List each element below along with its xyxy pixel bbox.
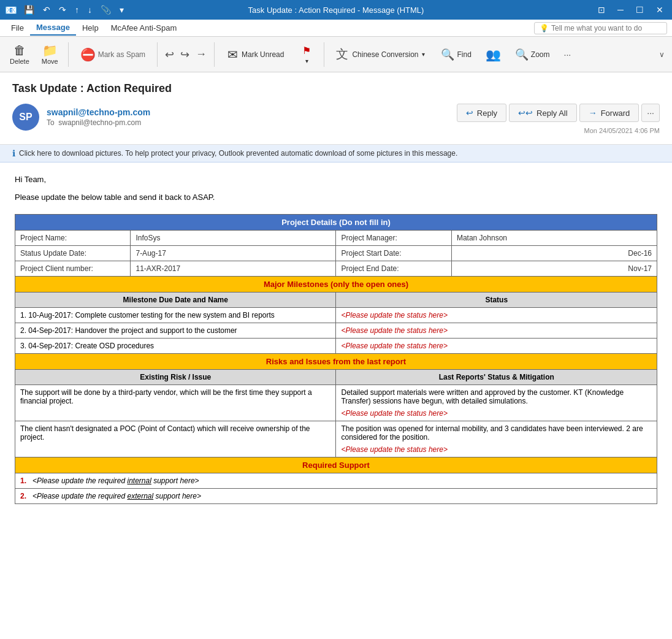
flag-icon: ⚑: [302, 45, 311, 56]
last-report-header: Last Reports' Status & Mitigation: [336, 370, 657, 385]
sender-info: swapnil@techno-pm.com To swapnil@techno-…: [47, 107, 150, 127]
app-icon: 📧: [5, 4, 17, 16]
redo-nav-button[interactable]: ↪: [178, 45, 192, 64]
email-datetime: Mon 24/05/2021 4:06 PM: [584, 124, 660, 134]
delete-icon: 🗑: [13, 44, 26, 56]
forward-nav-button[interactable]: →: [193, 45, 209, 64]
move-label: Move: [42, 58, 58, 65]
lightbulb-icon: 💡: [540, 24, 549, 33]
mark-spam-label: Mark as Spam: [98, 50, 145, 59]
maximize-button[interactable]: ☐: [632, 4, 647, 16]
chinese-conversion-button[interactable]: 文 Chinese Conversion ▾: [329, 42, 432, 67]
project-manager-label: Project Manager:: [336, 231, 451, 246]
client-number-value: 11-AXR-2017: [131, 261, 336, 277]
status-update-label: Status Update Date:: [15, 246, 131, 261]
milestone-2-status-text: <Please update the status here>: [341, 326, 447, 335]
support-2-text: <Please update the required external sup…: [28, 492, 201, 500]
menu-message[interactable]: Message: [30, 20, 76, 36]
zoom-icon: 🔍: [515, 48, 529, 61]
reply-button[interactable]: ↩ Reply: [457, 104, 506, 122]
mark-unread-button[interactable]: ✉ Mark Unread: [220, 43, 292, 66]
search-input[interactable]: [551, 24, 662, 33]
forward-button[interactable]: → Forward: [579, 104, 640, 122]
close-button[interactable]: ✕: [652, 4, 667, 16]
project-end-value: Nov-17: [451, 261, 657, 277]
reply-all-label: Reply All: [536, 109, 568, 118]
flag-button[interactable]: ⚑ ▾: [294, 42, 319, 67]
redo-icon[interactable]: ↷: [56, 4, 69, 16]
project-end-label: Project End Date:: [336, 261, 451, 277]
search-box[interactable]: 💡: [534, 22, 667, 34]
minimize-button[interactable]: ─: [614, 4, 627, 16]
menu-mcafee[interactable]: McAfee Anti-Spam: [105, 21, 183, 35]
find-button[interactable]: 🔍 Find: [434, 44, 478, 66]
nav-arrows: ↩ ↪ →: [162, 45, 209, 64]
table-row: 1. 10-Aug-2017: Complete customer testin…: [15, 308, 657, 323]
people-button[interactable]: 👥: [481, 46, 506, 63]
zoom-label: Zoom: [531, 50, 550, 59]
table-row: Project Name: InfoSys Project Manager: M…: [15, 231, 657, 246]
more-button[interactable]: ···: [559, 46, 576, 63]
risk-2-update: <Please update the status here>: [341, 445, 652, 454]
save-icon[interactable]: 💾: [21, 4, 37, 16]
reply-actions: ↩ Reply ↩↩ Reply All → Forward ···: [457, 104, 660, 122]
risk-1-desc: The support will be done by a third-part…: [15, 385, 336, 421]
support-1-num: 1.: [20, 476, 26, 485]
milestone-3-desc: 3. 04-Sep-2017: Create OSD procedures: [15, 339, 336, 354]
mark-spam-button[interactable]: ⛔ Mark as Spam: [74, 44, 152, 65]
table-row: 1. <Please update the required internal …: [15, 473, 657, 489]
undo-nav-button[interactable]: ↩: [162, 45, 177, 64]
move-button[interactable]: 📁 Move: [37, 42, 63, 67]
required-support-header: Required Support: [15, 457, 657, 473]
support-1: 1. <Please update the required internal …: [15, 473, 657, 489]
risks-header: Risks and Issues from the last report: [15, 354, 657, 370]
menu-help[interactable]: Help: [76, 21, 105, 35]
sep2: [157, 42, 158, 67]
email-content-area[interactable]: Task Update : Action Required SP swapnil…: [0, 72, 672, 639]
avatar: SP: [12, 104, 39, 131]
delete-label: Delete: [10, 58, 29, 65]
find-label: Find: [457, 50, 471, 59]
milestone-2-status: <Please update the status here>: [336, 323, 657, 339]
spam-icon: ⛔: [80, 47, 96, 62]
menu-file[interactable]: File: [5, 21, 30, 35]
reply-all-button[interactable]: ↩↩ Reply All: [509, 104, 577, 122]
clip-icon[interactable]: 📎: [97, 4, 114, 16]
email-body: Hi Team, Please update the below table a…: [0, 163, 672, 516]
ribbon-expand-button[interactable]: ∨: [657, 48, 667, 61]
reply-all-icon: ↩↩: [518, 108, 533, 118]
more-quick-icon[interactable]: ▾: [116, 4, 127, 16]
risk-2-desc: The client hasn't designated a POC (Poin…: [15, 421, 336, 457]
email-header: Task Update : Action Required SP swapnil…: [0, 72, 672, 145]
email-sender-block: SP swapnil@techno-pm.com To swapnil@tech…: [12, 104, 150, 131]
project-table: Project Details (Do not fill in) Project…: [15, 214, 657, 504]
chinese-label: Chinese Conversion: [352, 50, 418, 59]
sender-email[interactable]: swapnil@techno-pm.com: [47, 107, 150, 117]
milestones-header: Major Milestones (only the open ones): [15, 277, 657, 293]
undo-icon[interactable]: ↶: [40, 4, 53, 16]
restore-button[interactable]: ⊡: [594, 4, 609, 16]
download-notice-text: Click here to download pictures. To help…: [19, 149, 457, 158]
project-start-label: Project Start Date:: [336, 246, 451, 261]
down-icon[interactable]: ↓: [85, 4, 95, 16]
table-row: Required Support: [15, 457, 657, 473]
support-2-num: 2.: [20, 492, 26, 500]
zoom-button[interactable]: 🔍 Zoom: [508, 44, 557, 66]
window-title: Task Update : Action Required - Message …: [248, 6, 424, 15]
table-row: Project Client number: 11-AXR-2017 Proje…: [15, 261, 657, 277]
people-icon: 👥: [486, 48, 501, 61]
more-actions-button[interactable]: ···: [641, 104, 660, 122]
delete-button[interactable]: 🗑 Delete: [5, 42, 34, 67]
table-row: The client hasn't designated a POC (Poin…: [15, 421, 657, 457]
email-title: Task Update : Action Required: [12, 82, 660, 95]
email-meta: SP swapnil@techno-pm.com To swapnil@tech…: [12, 104, 660, 134]
find-icon: 🔍: [441, 48, 454, 61]
table-row: 3. 04-Sep-2017: Create OSD procedures <P…: [15, 339, 657, 354]
info-icon: ℹ: [12, 148, 15, 158]
milestone-2-desc: 2. 04-Sep-2017: Handover the project and…: [15, 323, 336, 339]
up-icon[interactable]: ↑: [72, 4, 82, 16]
update-text: Please update the below table and send i…: [15, 193, 657, 202]
ribbon: 🗑 Delete 📁 Move ⛔ Mark as Spam ↩ ↪ → ✉ M…: [0, 37, 672, 72]
table-row: Status Update Date: 7-Aug-17 Project Sta…: [15, 246, 657, 261]
sender-to: To swapnil@techno-pm.com: [47, 118, 150, 127]
